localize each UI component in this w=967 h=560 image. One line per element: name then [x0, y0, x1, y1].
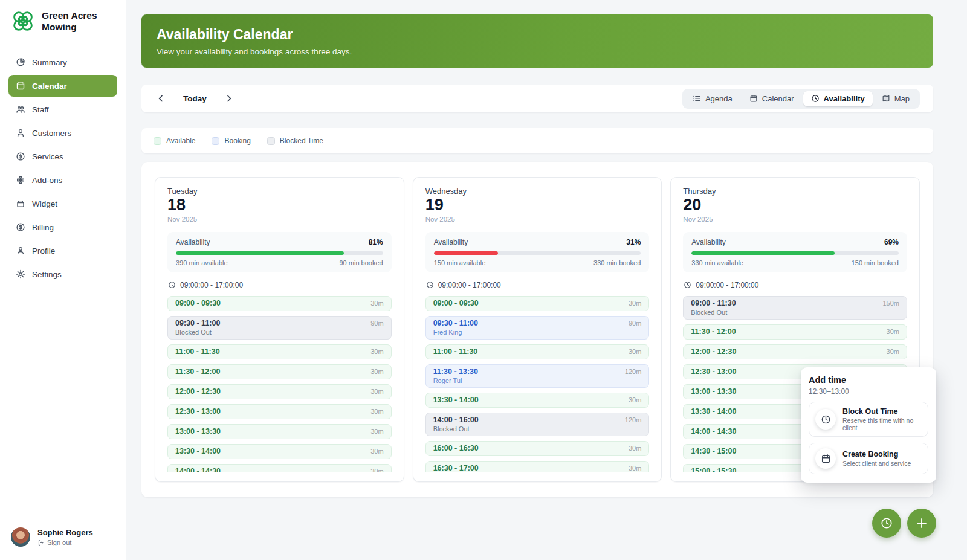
legend-bar: Available Booking Blocked Time [141, 128, 933, 153]
chevron-left-icon [156, 94, 166, 103]
sidebar-item-profile[interactable]: Profile [8, 240, 117, 262]
day-number: 19 [425, 196, 650, 215]
min-booked: 150 min booked [852, 259, 899, 266]
view-switcher: Agenda Calendar Availability Map [682, 89, 920, 109]
sidebar-item-summary[interactable]: Summary [8, 51, 117, 73]
sidebar-nav: Summary Calendar Staff Customers Service… [0, 43, 126, 517]
time-slot[interactable]: 11:30 - 12:0030m [167, 364, 392, 379]
time-slot[interactable]: 11:30 - 12:0030m [683, 324, 907, 340]
previous-day-button[interactable] [155, 92, 167, 105]
slot-time: 15:00 - 15:30 [691, 467, 736, 472]
slot-duration: 120m [625, 368, 642, 375]
map-icon [882, 94, 890, 103]
time-slot[interactable]: 13:30 - 14:0030m [167, 444, 392, 459]
time-slot[interactable]: 16:30 - 17:0030m [425, 461, 650, 472]
slot-time: 14:30 - 15:00 [691, 447, 736, 455]
slot-time: 16:00 - 16:30 [433, 444, 479, 452]
time-slot[interactable]: 13:00 - 13:3030m [167, 424, 392, 439]
calendar-icon [749, 94, 758, 103]
time-slot[interactable]: 14:00 - 16:00120mBlocked Out [425, 413, 650, 436]
tab-label: Availability [824, 94, 865, 103]
weekday-label: Tuesday [167, 187, 392, 196]
sidebar-item-label: Billing [32, 223, 54, 232]
time-slot[interactable]: 09:30 - 11:0090mBlocked Out [167, 316, 392, 340]
availability-label: Availability [691, 238, 725, 246]
time-slot[interactable]: 12:00 - 12:3030m [683, 344, 907, 359]
min-booked: 90 min booked [339, 259, 383, 266]
pie-chart-icon [16, 57, 25, 67]
slot-note: Blocked Out [691, 309, 899, 316]
sidebar-item-settings[interactable]: Settings [8, 263, 117, 285]
tab-calendar[interactable]: Calendar [742, 91, 802, 106]
day-card-wednesday: Wednesday 19 Nov 2025 Availability 31% 1… [413, 177, 662, 482]
time-slot[interactable]: 09:00 - 09:3030m [167, 296, 392, 311]
signout-button[interactable]: Sign out [37, 539, 93, 546]
booking-slot[interactable]: 11:30 - 13:30120mRoger Tui [425, 364, 650, 388]
tab-map[interactable]: Map [874, 91, 917, 106]
add-fab-button[interactable] [907, 509, 936, 538]
sidebar-item-label: Staff [32, 105, 49, 114]
sidebar-item-calendar[interactable]: Calendar [8, 75, 117, 97]
sidebar-item-widget[interactable]: Widget [8, 193, 117, 214]
today-button[interactable]: Today [183, 94, 207, 103]
availability-summary: Availability 69% 330 min available 150 m… [683, 232, 907, 272]
calendar-icon [16, 81, 25, 91]
tray-icon [16, 199, 25, 208]
time-slot[interactable]: 12:00 - 12:3030m [167, 384, 392, 399]
popup-time-range: 12:30–13:00 [809, 387, 928, 396]
min-available: 330 min available [691, 259, 743, 266]
min-available: 390 min available [176, 259, 228, 266]
sidebar-item-label: Customers [32, 129, 71, 138]
tab-agenda[interactable]: Agenda [685, 91, 740, 106]
day-number: 18 [167, 196, 392, 215]
slot-list: 09:00 - 09:3030m 09:30 - 11:0090mBlocked… [167, 296, 392, 472]
avatar[interactable] [11, 527, 30, 547]
sidebar-item-addons[interactable]: Add-ons [8, 169, 117, 191]
slot-duration: 30m [370, 448, 383, 455]
time-slot[interactable]: 09:00 - 09:3030m [425, 296, 650, 311]
block-out-time-option[interactable]: Block Out Time Reserve this time with no… [809, 402, 928, 437]
time-slot[interactable]: 11:00 - 11:3030m [167, 344, 392, 359]
slot-duration: 90m [370, 320, 383, 327]
user-name: Sophie Rogers [37, 528, 93, 537]
slot-time: 09:00 - 09:30 [433, 299, 479, 307]
booking-slot[interactable]: 09:30 - 11:0090mFred King [425, 316, 650, 340]
availability-percent: 69% [884, 238, 899, 246]
clover-logo-icon [11, 9, 35, 33]
time-slot[interactable]: 11:00 - 11:3030m [425, 344, 650, 359]
blocked-time-swatch [267, 137, 275, 145]
legend-blocked-time: Blocked Time [267, 137, 323, 145]
slot-duration: 30m [629, 465, 641, 472]
sidebar-item-staff[interactable]: Staff [8, 98, 117, 120]
slot-duration: 30m [887, 348, 899, 355]
time-slot[interactable]: 13:30 - 14:0030m [425, 393, 650, 408]
create-booking-option[interactable]: Create Booking Select client and service [809, 443, 928, 474]
sidebar-item-services[interactable]: Services [8, 146, 117, 167]
min-booked: 330 min booked [593, 259, 641, 266]
availability-fab-button[interactable] [872, 509, 901, 538]
next-day-button[interactable] [223, 92, 235, 105]
tab-availability[interactable]: Availability [803, 91, 873, 106]
client-name: Fred King [433, 329, 642, 336]
slot-time: 14:00 - 14:30 [175, 467, 221, 472]
time-slot[interactable]: 12:30 - 13:0030m [167, 404, 392, 419]
time-slot[interactable]: 16:00 - 16:3030m [425, 441, 650, 456]
sidebar-item-billing[interactable]: Billing [8, 216, 117, 238]
time-slot[interactable]: 14:00 - 14:3030m [167, 464, 392, 472]
availability-bar-fill [691, 251, 834, 255]
month-label: Nov 2025 [425, 216, 650, 223]
slot-duration: 30m [370, 300, 383, 307]
month-label: Nov 2025 [167, 216, 392, 223]
slot-time: 11:00 - 11:30 [175, 347, 220, 356]
weekday-label: Wednesday [425, 187, 650, 196]
availability-bar-fill [434, 251, 498, 255]
slot-time: 12:00 - 12:30 [175, 387, 221, 396]
list-icon [693, 94, 701, 103]
slot-time: 09:30 - 11:00 [175, 319, 220, 327]
slot-time: 11:30 - 13:30 [433, 367, 478, 376]
slot-time: 14:00 - 16:00 [433, 416, 479, 424]
working-hours-label: 09:00:00 - 17:00:00 [180, 281, 243, 289]
tab-label: Agenda [705, 94, 733, 103]
sidebar-item-customers[interactable]: Customers [8, 122, 117, 144]
time-slot[interactable]: 09:00 - 11:30150mBlocked Out [683, 296, 907, 320]
